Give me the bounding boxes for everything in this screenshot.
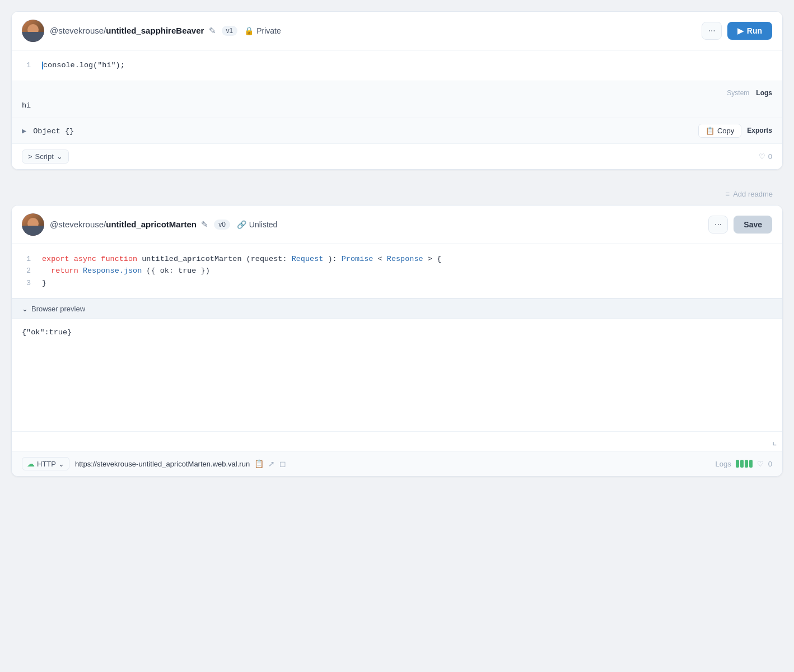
output-text-1: hi — [22, 101, 772, 110]
card2-header: @stevekrouse/untitled_apricotMarten ✎ v0… — [12, 206, 782, 244]
output-area-1: System Logs hi — [12, 81, 782, 118]
line-number-2-3: 3 — [22, 277, 31, 290]
system-tab-1[interactable]: System — [727, 89, 749, 97]
link-icon-2: 🔗 — [237, 220, 246, 229]
edit-icon-2[interactable]: ✎ — [201, 220, 208, 230]
privacy-badge-1: 🔒 Private — [244, 26, 281, 35]
logs-label-2[interactable]: Logs — [716, 460, 731, 468]
avatar-1 — [22, 20, 44, 42]
more-button-1[interactable]: ··· — [702, 22, 721, 40]
external-link-icon-2[interactable]: ➚ — [268, 459, 275, 468]
val-card-2: @stevekrouse/untitled_apricotMarten ✎ v0… — [11, 205, 783, 477]
code-line-2-3: 3 } — [22, 277, 772, 290]
fn-name-2: untitled_apricotMarten — [142, 255, 241, 263]
chevron-down-icon-http: ⌄ — [58, 460, 64, 468]
copy-icon-1: 📋 — [706, 127, 714, 135]
card2-footer: ☁ HTTP ⌄ https://stevekrouse-untitled_ap… — [12, 451, 782, 476]
copy-label-1: Copy — [717, 127, 734, 135]
code-line-2-1: 1 export async function untitled_apricot… — [22, 253, 772, 265]
logs-tab-1[interactable]: Logs — [756, 89, 772, 97]
object-tree-1: ▶ Object {} — [22, 126, 74, 136]
preview-content-2: {"ok":true} — [12, 319, 782, 431]
http-type-button-2[interactable]: ☁ HTTP ⌄ — [22, 457, 69, 470]
readme-lines-icon: ≡ — [726, 190, 730, 198]
log-bar-3 — [745, 460, 748, 468]
heart-icon-2[interactable]: ♡ — [757, 460, 764, 468]
valname-2: untitled_apricotMarten — [106, 220, 197, 229]
more-button-2[interactable]: ··· — [708, 216, 728, 234]
val-card-1: @stevekrouse/untitled_sapphireBeaver ✎ v… — [11, 11, 783, 170]
angle-open: < — [378, 255, 382, 263]
params-open: (request: — [246, 255, 292, 263]
output-header-1: System Logs — [22, 89, 772, 97]
url-text-2: https://stevekrouse-untitled_apricotMart… — [75, 460, 250, 468]
card2-actions: ··· Save — [708, 216, 772, 234]
log-bar-4 — [749, 460, 753, 468]
heart-icon-1[interactable]: ♡ — [759, 152, 765, 161]
preview-label-2: Browser preview — [31, 305, 85, 313]
copy-button-1[interactable]: 📋 Copy — [698, 124, 741, 138]
angle-close: > { — [428, 255, 441, 263]
kw-export: export — [42, 255, 69, 263]
footer-right-2: Logs ♡ 0 — [716, 460, 772, 468]
card1-actions: ··· ▶ Run — [702, 22, 772, 40]
json-args: ({ ok: true }) — [146, 267, 209, 275]
code-editor-2[interactable]: 1 export async function untitled_apricot… — [12, 244, 782, 299]
run-button-1[interactable]: ▶ Run — [727, 22, 772, 40]
script-type-button-1[interactable]: > Script ⌄ — [22, 150, 69, 164]
code-line-1: 1 console.log("hi"); — [22, 59, 772, 72]
likes-count-2: 0 — [768, 460, 772, 468]
code-editor-1[interactable]: 1 console.log("hi"); — [12, 50, 782, 81]
privacy-label-2: Unlisted — [249, 220, 278, 229]
type-request: Request — [292, 255, 324, 263]
code-text-2-2: return Response.json ({ ok: true }) — [42, 265, 210, 277]
kw-return: return — [51, 267, 78, 275]
type-promise: Promise — [342, 255, 373, 263]
kw-function: function — [101, 255, 137, 263]
likes-area-1: ♡ 0 — [759, 152, 772, 161]
chevron-down-icon-1: ⌄ — [57, 152, 63, 161]
version-badge-2: v0 — [214, 220, 230, 230]
log-bar-2 — [740, 460, 744, 468]
chevron-down-icon-preview: ⌄ — [22, 305, 28, 313]
type-response: Response — [387, 255, 423, 263]
card1-footer: > Script ⌄ ♡ 0 — [12, 144, 782, 169]
code-text-2-3: } — [42, 277, 46, 290]
lock-icon-1: 🔒 — [244, 26, 254, 35]
card1-header: @stevekrouse/untitled_sapphireBeaver ✎ v… — [12, 12, 782, 50]
line-number-2-2: 2 — [22, 265, 31, 277]
cloud-icon-2: ☁ — [27, 459, 35, 468]
username-1: @stevekrouse/ — [50, 26, 106, 35]
add-readme-area[interactable]: ≡ Add readme — [11, 183, 783, 205]
expand-icon-1[interactable]: ▶ — [22, 127, 26, 136]
response-json-call: Response.json — [83, 267, 142, 275]
add-readme-label: Add readme — [733, 190, 773, 198]
preview-header-2[interactable]: ⌄ Browser preview — [12, 299, 782, 319]
username-2: @stevekrouse/ — [50, 220, 106, 229]
resize-handle-2[interactable]: ⌞ — [772, 435, 777, 447]
line-number-2-1: 1 — [22, 253, 31, 265]
code-text-1: console.log("hi"); — [42, 59, 125, 72]
exports-label-1[interactable]: Exports — [747, 127, 772, 134]
version-badge-1: v1 — [222, 26, 238, 36]
http-label-2: HTTP — [37, 460, 56, 468]
valname-1: untitled_sapphireBeaver — [106, 26, 204, 35]
line-number-1: 1 — [22, 59, 31, 72]
object-label-1: Object {} — [33, 127, 74, 136]
copy-url-icon-2[interactable]: 📋 — [254, 459, 264, 468]
edit-icon-1[interactable]: ✎ — [209, 26, 216, 36]
run-label-1: Run — [747, 26, 762, 35]
code-line-2-2: 2 return Response.json ({ ok: true }) — [22, 265, 772, 277]
save-button-2[interactable]: Save — [734, 216, 772, 234]
log-bar-1 — [736, 460, 739, 468]
url-bar-2: https://stevekrouse-untitled_apricotMart… — [75, 459, 710, 468]
play-icon-1: ▶ — [737, 26, 744, 35]
avatar-2 — [22, 213, 44, 236]
privacy-badge-2: 🔗 Unlisted — [237, 220, 278, 229]
preview-output-2: {"ok":true} — [22, 328, 72, 337]
share-icon-2[interactable]: ◻ — [279, 459, 286, 468]
exports-area-1: ▶ Object {} 📋 Copy Exports — [12, 118, 782, 144]
val-full-name-2: @stevekrouse/untitled_apricotMarten ✎ — [50, 220, 208, 230]
likes-count-1: 0 — [768, 152, 772, 161]
exports-controls-1: 📋 Copy Exports — [698, 124, 772, 138]
